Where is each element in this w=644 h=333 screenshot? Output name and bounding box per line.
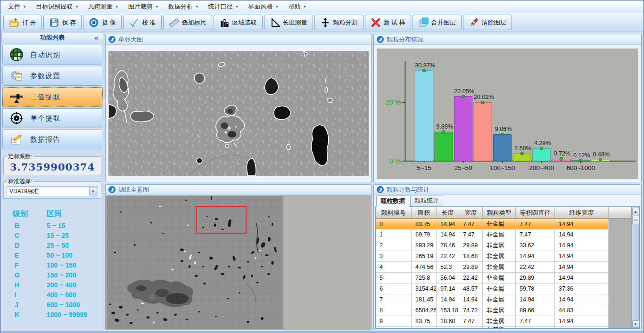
- menu-item-3[interactable]: 图片裁剪▼: [124, 1, 164, 12]
- toolbar-button-region[interactable]: 区域选取: [214, 15, 263, 30]
- scroll-down-icon[interactable]: ▼: [632, 320, 639, 328]
- sidebar-button-auto-detect[interactable]: 自动识别: [2, 45, 102, 65]
- table-cell: 7.47: [516, 229, 555, 240]
- toolbar-button-newsample[interactable]: 新 试 样: [365, 15, 411, 30]
- level-row: D25 ~ 50: [8, 241, 103, 251]
- toolbar-button-open[interactable]: 打 开: [3, 15, 42, 30]
- table-row[interactable]: 86504.25153.1874.72非金属89.6644.83: [376, 305, 609, 316]
- menu-item-7[interactable]: 帮助▼: [283, 1, 311, 12]
- calibration-group: 定标系数: 3.7359900374: [3, 153, 101, 175]
- table-row[interactable]: 63154.4297.1448.57非金属59.7837.36: [376, 284, 609, 294]
- table-cell: 非金属: [483, 240, 516, 251]
- table-cell: 14.94: [555, 251, 609, 261]
- tab-particle-stats[interactable]: 颗粒统计: [410, 195, 443, 206]
- tab-particle-data[interactable]: 颗粒数据: [376, 195, 409, 207]
- sidebar-button-report[interactable]: 数据报告: [2, 130, 102, 149]
- column-header[interactable]: 面积: [412, 207, 437, 218]
- menu-item-1[interactable]: 目标识别提取▼: [31, 1, 83, 12]
- bar-value-label: 4.29%: [534, 140, 551, 146]
- bar-value-label: 0.12%: [573, 152, 590, 159]
- table-row[interactable]: 169.7914.947.47非金属7.4714.94: [376, 229, 609, 240]
- chevron-down-icon[interactable]: ▼: [89, 187, 97, 195]
- table-row[interactable]: 083.7514.947.47非金属7.4714.94: [376, 219, 609, 229]
- menu-item-6[interactable]: 界面风格▼: [244, 1, 284, 12]
- table-cell: 6: [376, 284, 412, 294]
- bar-value-label: 2.50%: [514, 145, 531, 152]
- column-header[interactable]: 长度: [437, 207, 459, 218]
- table-cell: 474.56: [412, 262, 437, 272]
- table-cell: 14.94: [437, 229, 459, 240]
- menu-item-4[interactable]: 数据分析▼: [164, 1, 204, 12]
- menu-item-2[interactable]: 几何测量▼: [83, 1, 124, 12]
- distribution-chart[interactable]: 0 %20 %30.87%9.89%22.05%20.02%9.06%2.50%…: [377, 49, 638, 179]
- standard-select[interactable]: VDA19标准 ▼: [7, 186, 98, 196]
- panel-title-text: 颗粒计数与统计: [387, 186, 429, 194]
- chart-bar[interactable]: [494, 134, 512, 161]
- table-cell: [376, 327, 412, 328]
- table-row[interactable]: 983.7518.687.47非金属7.4714.94: [376, 316, 609, 327]
- table-cell: 14.94: [516, 251, 555, 261]
- panel-statistics: 颗粒计数与统计 颗粒数据颗粒统计 颗料编号面积长度宽度颗粒类型等积圆直径纤维宽度…: [373, 184, 642, 330]
- toolbar-button-save[interactable]: 保 存: [43, 15, 82, 30]
- scrollbar-thumb[interactable]: [632, 216, 639, 224]
- table-cell: 14.94: [555, 294, 609, 305]
- panorama-body: [106, 195, 371, 330]
- sidebar-button-params[interactable]: 参数设置: [2, 66, 102, 86]
- toolbar-button-calibrate[interactable]: 校 准: [123, 15, 162, 30]
- toolbar-button-merge[interactable]: 合并图层: [413, 15, 462, 30]
- chart-bar[interactable]: [474, 102, 492, 161]
- table-vertical-scrollbar[interactable]: ▲ ▼: [631, 207, 639, 328]
- menu-item-5[interactable]: 统计口径▼: [204, 1, 244, 12]
- sidebar-button-label: 数据报告: [30, 135, 60, 144]
- table-row[interactable]: 3265.1922.4218.68非金属14.9414.94: [376, 251, 609, 262]
- level-row: B5 ~ 15: [8, 221, 103, 231]
- table-row[interactable]: 5725.856.0422.42非金属29.8914.94: [376, 273, 609, 284]
- chart-bar[interactable]: [435, 132, 453, 161]
- chart-bar[interactable]: [415, 71, 433, 161]
- scroll-up-icon[interactable]: ▲: [632, 208, 639, 215]
- column-header[interactable]: 等积圆直径: [516, 207, 555, 218]
- table-cell: 69.79: [412, 229, 437, 240]
- sidebar-button-label: 自动识别: [30, 50, 60, 59]
- table-row[interactable]: 2893.2978.4629.89非金属33.6214.94: [376, 240, 609, 251]
- collapse-sidebar-icon[interactable]: «: [95, 34, 98, 41]
- chevron-down-icon: ▼: [303, 5, 306, 9]
- toolbar-button-clear[interactable]: 清除图层: [463, 15, 512, 30]
- toolbar-button-camera[interactable]: 摄 像: [83, 15, 122, 30]
- column-header[interactable]: 颗粒类型: [483, 207, 516, 218]
- menu-item-0[interactable]: 文件▼: [3, 1, 31, 12]
- table-row[interactable]: 非金属: [376, 327, 609, 328]
- table-cell: [555, 327, 609, 328]
- table-row[interactable]: 7181.4514.9414.94非金属14.9414.94: [376, 294, 609, 305]
- table-cell: 非金属: [483, 262, 516, 272]
- chart-bar[interactable]: [454, 97, 472, 161]
- table-row[interactable]: 4474.5652.329.89非金属22.4214.94: [376, 262, 609, 273]
- table-cell: 33.62: [516, 240, 555, 251]
- toolbar-button-label: 新 试 样: [384, 18, 405, 27]
- toolbar-button-length[interactable]: 长度测量: [264, 15, 313, 30]
- sidebar-buttons: 自动识别参数设置二值提取单个提取数据报告: [1, 43, 103, 150]
- table-cell: [437, 327, 459, 328]
- gear-note-icon: [10, 70, 23, 81]
- x-tick-label: 200~400: [529, 164, 554, 171]
- toolbar-button-ruler[interactable]: 叠加标尺: [163, 15, 212, 30]
- main-area: 功能列表 « 自动识别参数设置二值提取单个提取数据报告 定标系数: 3.7359…: [0, 32, 644, 331]
- panel-panorama-title: 滤纸全景图: [106, 185, 371, 195]
- sidebar-button-single[interactable]: 单个提取: [2, 108, 102, 128]
- column-header[interactable]: 纤维宽度: [555, 207, 609, 218]
- table-cell: 非金属: [483, 273, 516, 283]
- bar-value-label: 9.06%: [495, 126, 512, 132]
- sidebar: 功能列表 « 自动识别参数设置二值提取单个提取数据报告 定标系数: 3.7359…: [0, 32, 105, 331]
- column-header[interactable]: 颗料编号: [376, 207, 412, 218]
- panel-title-text: 滤纸全景图: [118, 186, 149, 194]
- table-cell: 非金属: [483, 229, 516, 240]
- panorama-photo[interactable]: [107, 196, 283, 329]
- table-cell: 83.75: [412, 219, 437, 229]
- table-cell: 22.42: [437, 251, 459, 261]
- panel-distribution: 颗粒分布情况 0 %20 %30.87%9.89%22.05%20.02%9.0…: [373, 34, 642, 182]
- microscope-photo[interactable]: [108, 51, 369, 176]
- column-header[interactable]: 宽度: [459, 207, 483, 218]
- chart-bar[interactable]: [533, 148, 551, 161]
- toolbar-button-split[interactable]: 颗粒分割: [314, 15, 363, 30]
- sidebar-button-binary[interactable]: 二值提取: [2, 87, 102, 107]
